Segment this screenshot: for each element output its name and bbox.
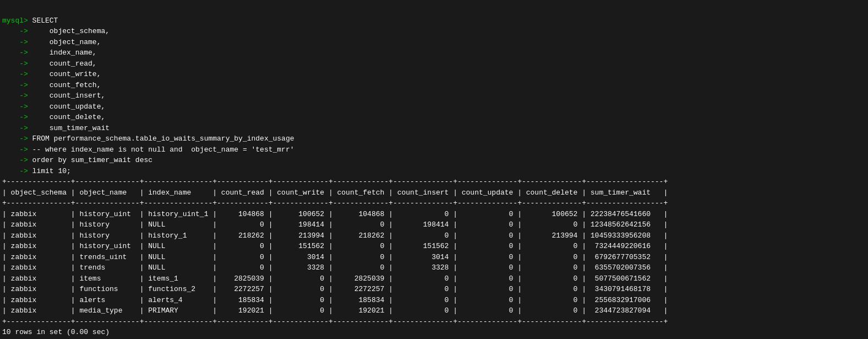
table-row: | zabbix | history_uint | NULL | 0 | 151… (2, 242, 668, 250)
mysql-prompt: mysql> (2, 17, 28, 25)
table-row: | zabbix | trends | NULL | 0 | 3328 | 0 … (2, 263, 668, 272)
table-separator-top: +---------------+---------------+-------… (2, 177, 668, 186)
terminal-window: mysql> SELECT -> object_schema, -> objec… (0, 0, 868, 339)
table-row: | zabbix | alerts | alerts_4 | 185834 | … (2, 296, 668, 304)
result-summary: 10 rows in set (0.00 sec) (2, 328, 110, 336)
table-row: | zabbix | media_type | PRIMARY | 192021… (2, 306, 668, 315)
table-separator-bottom: +---------------+---------------+-------… (2, 318, 668, 326)
table-row: | zabbix | history_uint | history_uint_1… (2, 210, 668, 218)
query-block: mysql> SELECT -> object_schema, -> objec… (2, 17, 294, 175)
table-row: | zabbix | history | history_1 | 218262 … (2, 232, 668, 240)
table-row: | zabbix | functions | functions_2 | 227… (2, 285, 668, 293)
table-row: | zabbix | items | items_1 | 2825039 | 0… (2, 275, 668, 283)
table-header: | object_schema | object_name | index_na… (2, 189, 668, 197)
table-separator-header: +---------------+---------------+-------… (2, 199, 668, 207)
table-row: | zabbix | trends_uint | NULL | 0 | 3014… (2, 253, 668, 261)
table-row: | zabbix | history | NULL | 0 | 198414 |… (2, 220, 668, 229)
